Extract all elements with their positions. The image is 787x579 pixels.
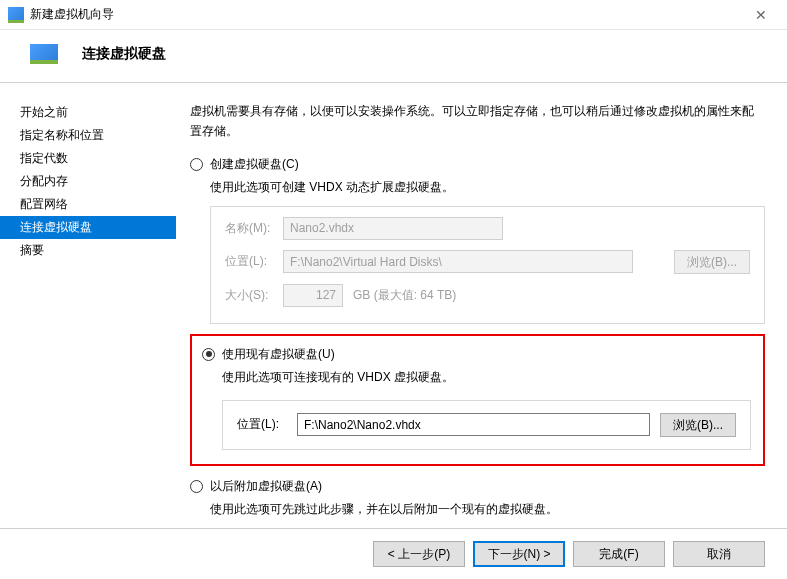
sidebar-item-name[interactable]: 指定名称和位置 bbox=[18, 124, 176, 147]
wizard-sidebar: 开始之前 指定名称和位置 指定代数 分配内存 配置网络 连接虚拟硬盘 摘要 bbox=[0, 83, 176, 528]
later-desc: 使用此选项可先跳过此步骤，并在以后附加一个现有的虚拟硬盘。 bbox=[210, 501, 765, 518]
window-title: 新建虚拟机向导 bbox=[30, 6, 114, 23]
radio-later-label[interactable]: 以后附加虚拟硬盘(A) bbox=[210, 478, 322, 495]
app-icon bbox=[8, 7, 24, 23]
use-location-input[interactable] bbox=[297, 413, 650, 436]
sidebar-item-disk[interactable]: 连接虚拟硬盘 bbox=[0, 216, 176, 239]
use-fieldset: 位置(L): 浏览(B)... bbox=[222, 400, 751, 450]
use-desc: 使用此选项可连接现有的 VHDX 虚拟硬盘。 bbox=[222, 369, 751, 386]
page-title: 连接虚拟硬盘 bbox=[82, 45, 166, 63]
location-label: 位置(L): bbox=[225, 253, 283, 270]
radio-create-disk[interactable] bbox=[190, 158, 203, 171]
sidebar-item-summary[interactable]: 摘要 bbox=[18, 239, 176, 262]
name-label: 名称(M): bbox=[225, 220, 283, 237]
titlebar: 新建虚拟机向导 ✕ bbox=[0, 0, 787, 30]
main-content: 虚拟机需要具有存储，以便可以安装操作系统。可以立即指定存储，也可以稍后通过修改虚… bbox=[176, 83, 787, 528]
radio-use-label[interactable]: 使用现有虚拟硬盘(U) bbox=[222, 346, 335, 363]
create-fieldset: 名称(M): 位置(L): 浏览(B)... 大小(S): GB (最大值: 6… bbox=[210, 206, 765, 324]
size-suffix: GB (最大值: 64 TB) bbox=[353, 287, 456, 304]
radio-create-label[interactable]: 创建虚拟硬盘(C) bbox=[210, 156, 299, 173]
radio-use-existing[interactable] bbox=[202, 348, 215, 361]
name-input bbox=[283, 217, 503, 240]
browse-use-button[interactable]: 浏览(B)... bbox=[660, 413, 736, 437]
location-input bbox=[283, 250, 633, 273]
size-label: 大小(S): bbox=[225, 287, 283, 304]
back-button[interactable]: < 上一步(P) bbox=[373, 541, 465, 567]
wizard-footer: < 上一步(P) 下一步(N) > 完成(F) 取消 bbox=[0, 528, 787, 579]
close-icon[interactable]: ✕ bbox=[743, 7, 779, 23]
radio-attach-later[interactable] bbox=[190, 480, 203, 493]
wizard-icon bbox=[30, 44, 58, 64]
create-desc: 使用此选项可创建 VHDX 动态扩展虚拟硬盘。 bbox=[210, 179, 765, 196]
sidebar-item-network[interactable]: 配置网络 bbox=[18, 193, 176, 216]
wizard-header: 连接虚拟硬盘 bbox=[0, 30, 787, 83]
sidebar-item-begin[interactable]: 开始之前 bbox=[18, 101, 176, 124]
intro-text: 虚拟机需要具有存储，以便可以安装操作系统。可以立即指定存储，也可以稍后通过修改虚… bbox=[190, 101, 765, 142]
wizard-body: 开始之前 指定名称和位置 指定代数 分配内存 配置网络 连接虚拟硬盘 摘要 虚拟… bbox=[0, 83, 787, 528]
browse-create-button: 浏览(B)... bbox=[674, 250, 750, 274]
option-attach-later: 以后附加虚拟硬盘(A) 使用此选项可先跳过此步骤，并在以后附加一个现有的虚拟硬盘… bbox=[190, 478, 765, 518]
finish-button[interactable]: 完成(F) bbox=[573, 541, 665, 567]
use-location-label: 位置(L): bbox=[237, 416, 287, 433]
option-create-disk: 创建虚拟硬盘(C) 使用此选项可创建 VHDX 动态扩展虚拟硬盘。 名称(M):… bbox=[190, 156, 765, 324]
sidebar-item-memory[interactable]: 分配内存 bbox=[18, 170, 176, 193]
next-button[interactable]: 下一步(N) > bbox=[473, 541, 565, 567]
option-use-existing-highlight: 使用现有虚拟硬盘(U) 使用此选项可连接现有的 VHDX 虚拟硬盘。 位置(L)… bbox=[190, 334, 765, 466]
size-input bbox=[283, 284, 343, 307]
sidebar-item-generation[interactable]: 指定代数 bbox=[18, 147, 176, 170]
cancel-button[interactable]: 取消 bbox=[673, 541, 765, 567]
